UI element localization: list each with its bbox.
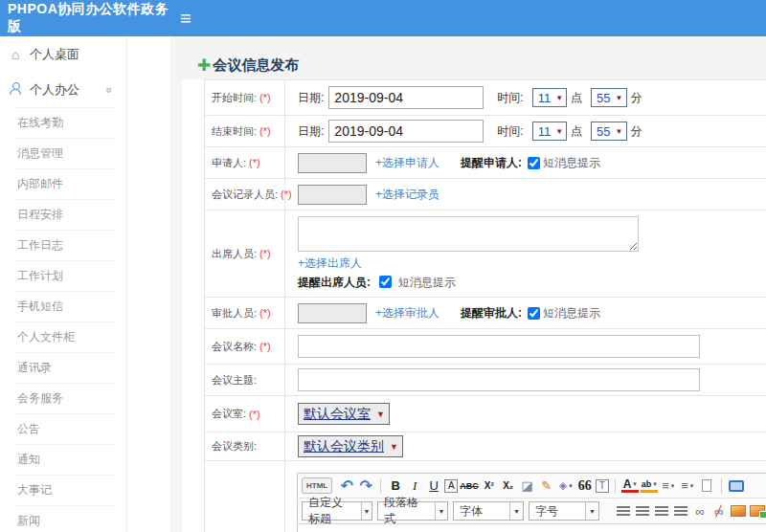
unordered-list-icon[interactable]: ≡▾ xyxy=(679,477,696,495)
sidebar-item-schedule[interactable]: 日程安排 xyxy=(17,200,117,231)
unlink-icon[interactable]: ∞ xyxy=(710,502,728,521)
rich-text-editor: HTML↶↷BIUAABCX²X₂◪✎◈▾66TA▾ab▾≡▾≡▾ 自定义标题▼… xyxy=(297,473,766,532)
date-label: 日期: xyxy=(298,123,324,140)
end-time-row: 结束时间:(*) 日期: 时间: 11▼ 点 55▼ 分 xyxy=(205,116,766,147)
highlight-icon[interactable]: ab▾ xyxy=(641,479,658,493)
align-right-icon[interactable] xyxy=(653,502,670,521)
form-panel: 开始时间:(*) 日期: 时间: 11▼ 点 55▼ 分 结束时间:(*) xyxy=(182,79,766,532)
bold-icon[interactable]: B xyxy=(387,477,404,495)
start-date-input[interactable] xyxy=(328,86,484,109)
choose-applicant-link[interactable]: +选择申请人 xyxy=(375,155,439,171)
subscript-icon[interactable]: X₂ xyxy=(500,477,517,495)
attendees-sms-checkbox[interactable] xyxy=(379,276,392,288)
approver-row: 审批人员:(*) +选择审批人 提醒审批人: 短消息提示 xyxy=(205,298,766,329)
editor-row: HTML↶↷BIUAABCX²X₂◪✎◈▾66TA▾ab▾≡▾≡▾ 自定义标题▼… xyxy=(205,461,766,532)
sidebar-item-contacts[interactable]: 通讯录 xyxy=(17,353,117,384)
underline-icon[interactable]: U xyxy=(425,477,442,495)
font-color-icon[interactable]: A▾ xyxy=(621,478,639,493)
time-label: 时间: xyxy=(497,90,523,106)
sidebar-item-mobile-sms[interactable]: 手机短信 xyxy=(17,292,117,322)
sidebar-item-meeting-service[interactable]: 会务服务 xyxy=(17,384,117,414)
start-minute-select[interactable]: 55▼ xyxy=(591,88,626,107)
end-hour-select[interactable]: 11▼ xyxy=(532,122,567,141)
meeting-room-select[interactable]: 默认会议室▼ xyxy=(298,403,390,425)
editor-content[interactable] xyxy=(298,524,766,532)
align-left-icon[interactable] xyxy=(615,502,632,521)
align-center-icon[interactable] xyxy=(634,502,651,521)
sidebar-item-work-log[interactable]: 工作日志 xyxy=(17,231,117,261)
superscript-icon[interactable]: X² xyxy=(481,477,498,495)
sidebar-item-personal-office[interactable]: 个人办公 » xyxy=(0,72,126,107)
blockquote-icon[interactable]: 66 xyxy=(576,477,594,495)
font-family-select[interactable]: 字体▼ xyxy=(453,501,524,521)
end-minute-select[interactable]: 55▼ xyxy=(591,122,626,141)
attendees-textarea[interactable] xyxy=(298,216,639,252)
sidebar-item-news[interactable]: 新闻 xyxy=(17,506,117,532)
choose-approver-link[interactable]: +选择审批人 xyxy=(375,305,439,321)
sidebar-item-notice[interactable]: 通知 xyxy=(17,445,117,476)
sidebar-item-internal-mail[interactable]: 内部邮件 xyxy=(17,169,117,200)
recorder-input[interactable] xyxy=(298,185,367,205)
page-title-bar: ✚ 会议信息发布 xyxy=(170,36,766,79)
approver-input[interactable] xyxy=(298,303,367,323)
sms-hint-label: 短消息提示 xyxy=(543,305,600,321)
date-label: 日期: xyxy=(298,90,324,106)
sidebar-item-online-attendance[interactable]: 在线考勤 xyxy=(17,107,117,139)
html-source-button[interactable]: HTML xyxy=(302,477,332,494)
sidebar-item-message-management[interactable]: 消息管理 xyxy=(17,139,117,169)
start-hour-select[interactable]: 11▼ xyxy=(532,88,567,107)
attendees-label: 出席人员:(*) xyxy=(205,211,285,297)
meeting-name-input[interactable] xyxy=(298,335,700,358)
ordered-list-icon[interactable]: ≡▾ xyxy=(660,477,677,495)
dropdown-arrow-icon: ▼ xyxy=(509,502,523,520)
select-arrow-icon: ▼ xyxy=(616,94,623,102)
editor-toolbar-row2: 自定义标题▼段落格式▼字体▼字号▼ ∞∞ xyxy=(298,499,766,524)
dropdown-arrow-icon: ▼ xyxy=(435,502,447,520)
undo-icon[interactable]: ↶ xyxy=(338,477,355,495)
eraser-icon[interactable]: ◪ xyxy=(519,477,536,495)
italic-icon[interactable]: I xyxy=(406,477,423,495)
format-brush-icon[interactable]: ✎ xyxy=(538,477,555,495)
applicant-sms-checkbox[interactable] xyxy=(528,157,540,169)
app-title: PHPOA协同办公软件政务版 xyxy=(0,1,170,35)
select-arrow-icon: ▼ xyxy=(376,410,385,419)
meeting-category-label: 会议类别: xyxy=(205,432,285,460)
select-arrow-icon: ▼ xyxy=(555,127,563,136)
paragraph-format-select[interactable]: 段落格式▼ xyxy=(377,501,448,521)
sidebar-item-memorabilia[interactable]: 大事记 xyxy=(17,476,117,506)
sidebar-item-work-plan[interactable]: 工作计划 xyxy=(17,261,117,292)
choose-attendee-link[interactable]: +选择出席人 xyxy=(298,256,362,270)
recorder-row: 会议记录人员:(*) +选择记录员 xyxy=(205,179,766,211)
attendees-row: 出席人员:(*) +选择出席人 提醒出席人员: 短消息提示 xyxy=(205,211,766,298)
meeting-category-select[interactable]: 默认会议类别▼ xyxy=(298,435,403,457)
approver-label: 审批人员:(*) xyxy=(205,298,285,328)
insert-image-icon[interactable] xyxy=(749,502,766,521)
select-arrow-icon: ▼ xyxy=(616,127,623,136)
sidebar-item-personal-file-cabinet[interactable]: 个人文件柜 xyxy=(17,322,117,353)
custom-title-select[interactable]: 自定义标题▼ xyxy=(302,501,372,521)
quick-format-icon[interactable]: ◈▾ xyxy=(557,477,574,495)
font-size-select[interactable]: 字号▼ xyxy=(529,501,599,521)
end-date-input[interactable] xyxy=(328,120,484,143)
font-name-icon[interactable]: A xyxy=(444,479,458,493)
top-header: PHPOA协同办公软件政务版 ≡ xyxy=(0,0,766,36)
sidebar-item-announcement[interactable]: 公告 xyxy=(17,414,117,445)
strikethrough-icon[interactable]: ABC xyxy=(460,477,479,495)
fullscreen-icon[interactable] xyxy=(728,477,745,495)
toolbar-separator xyxy=(380,478,381,494)
approver-sms-checkbox[interactable] xyxy=(528,307,540,320)
remind-applicant-label: 提醒申请人: xyxy=(461,155,522,171)
redo-icon[interactable]: ↷ xyxy=(357,477,374,495)
new-page-icon[interactable] xyxy=(698,477,715,495)
choose-recorder-link[interactable]: +选择记录员 xyxy=(375,187,439,203)
editor-label-cell xyxy=(205,461,285,532)
sidebar-item-personal-desktop[interactable]: ⌂ 个人桌面 xyxy=(0,36,126,72)
align-justify-icon[interactable] xyxy=(672,502,689,521)
meeting-subject-input[interactable] xyxy=(298,368,700,391)
sidebar: ⌂ 个人桌面 个人办公 » 在线考勤消息管理内部邮件日程安排工作日志工作计划手机… xyxy=(0,36,170,532)
image-icon[interactable] xyxy=(730,502,747,521)
hamburger-menu-icon[interactable]: ≡ xyxy=(180,9,192,28)
paste-icon[interactable]: T xyxy=(596,479,609,493)
applicant-input[interactable] xyxy=(298,153,367,173)
link-icon[interactable]: ∞ xyxy=(691,502,709,521)
